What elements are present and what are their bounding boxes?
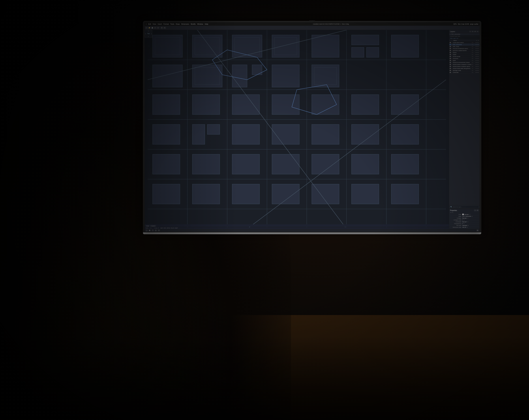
layer-line-sample <box>475 60 479 61</box>
property-value[interactable]: PDF_Geometria▾ <box>462 216 479 217</box>
search-input-container[interactable]: 🔍 Search for layer... <box>450 206 479 208</box>
status-osnap[interactable]: □ <box>158 230 160 231</box>
ribbon-redo[interactable]: ↪ <box>157 27 159 29</box>
property-label: Layer <box>450 216 462 217</box>
property-value[interactable]: ISO-25▾ <box>462 227 479 228</box>
props-btn[interactable]: ⋮ <box>474 210 476 211</box>
snap-indicator: SNAP GRID ORTHO POLAR OSNAP <box>160 227 178 229</box>
property-value-text: PDF_Geometria <box>462 216 471 217</box>
property-value[interactable]: 0▾ <box>462 223 479 224</box>
property-dropdown-arrow[interactable]: ▾ <box>470 214 470 215</box>
property-dropdown-arrow[interactable]: ▾ <box>468 218 468 219</box>
layer-rows-container[interactable]: ☀nuclei storici esterniDe...☀PDF_Geometr… <box>449 42 479 205</box>
layer-row[interactable]: ☀sicurezzaDe... <box>449 58 479 60</box>
layers-btn-3[interactable]: ✖ <box>474 31 476 32</box>
layer-visible-icon[interactable]: ☀ <box>451 68 452 69</box>
layer-row[interactable]: ☀piazzeDe... <box>449 52 479 53</box>
layer-visible-icon[interactable]: ☀ <box>451 60 452 61</box>
ribbon-props[interactable]: ⚙ <box>163 27 166 29</box>
layer-visible-icon[interactable]: ☀ <box>451 72 452 73</box>
apple-menu[interactable]:  <box>146 23 147 25</box>
layer-visible-icon[interactable]: ☀ <box>451 54 452 55</box>
svg-rect-48 <box>272 154 299 174</box>
property-dropdown-arrow[interactable]: ▾ <box>468 221 468 223</box>
menu-view[interactable]: View <box>153 23 156 25</box>
layer-visible-icon[interactable]: ☀ <box>451 46 452 47</box>
menu-tools[interactable]: Tools <box>170 23 174 25</box>
property-dropdown-arrow[interactable]: ▾ <box>464 223 464 224</box>
layer-name-label: servizi sociali <box>453 56 471 57</box>
layer-desc: De... <box>472 44 475 45</box>
layer-visible-icon[interactable]: ☀ <box>451 56 452 57</box>
layer-row[interactable]: ☀Percorsi di interesse storicoDe... <box>449 48 479 50</box>
layer-row[interactable]: ☀PDF_GeometriaDe... <box>449 44 479 46</box>
property-dropdown-arrow[interactable]: ▾ <box>467 227 468 228</box>
props-expand[interactable]: ↦ <box>476 210 479 211</box>
status-polar[interactable]: △ <box>155 230 157 231</box>
clock: Gio 2 mar 16:48 <box>458 23 469 25</box>
layers-btn-2[interactable]: ☰ <box>472 31 474 32</box>
menu-insert[interactable]: Insert <box>158 23 162 25</box>
menu-window[interactable]: Window <box>197 23 203 25</box>
property-dropdown-arrow[interactable]: ▾ <box>464 219 464 221</box>
property-value[interactable]: ByLayer▾ <box>462 214 479 215</box>
layer-row[interactable]: ☀UniversitàDe... <box>449 71 479 73</box>
layer-row[interactable]: ☀tessuti urbani della città giardinoDe..… <box>449 67 479 69</box>
viewport-nav-cube[interactable]: N W E S Top <box>145 30 152 38</box>
ribbon-new[interactable]: □ <box>145 27 148 29</box>
layer-status-icons: ☀ <box>451 52 452 53</box>
layer-status-icons: ☀ <box>451 42 452 43</box>
property-value[interactable]: Standard▾ <box>462 225 479 226</box>
layer-row[interactable]: ☀PDF_TestoDe... <box>449 46 479 48</box>
layer-row[interactable]: ☀saluteDe... <box>449 53 479 55</box>
ribbon-open[interactable]: 📁 <box>148 27 151 29</box>
property-value[interactable]: 1▾ <box>462 219 479 221</box>
menu-dimension[interactable]: Dimension <box>181 23 189 25</box>
layer-row[interactable]: ☀servizi socialiDe... <box>449 55 479 58</box>
property-value[interactable]: ByLayer▾ <box>462 217 479 219</box>
status-grid[interactable]: ▦ <box>149 230 151 231</box>
status-workspace[interactable]: ⚙ <box>476 230 479 231</box>
layer-visible-icon[interactable]: ☀ <box>451 64 452 65</box>
layer-visible-icon[interactable]: ☀ <box>451 44 452 45</box>
status-ortho[interactable]: ⌒ <box>152 230 154 231</box>
property-value[interactable]: ByLayer▾ <box>462 221 479 223</box>
layer-row[interactable]: ☀sportDe... <box>449 60 479 62</box>
ribbon-layer[interactable]: ☰ <box>160 27 163 29</box>
menu-edit[interactable]: Edit <box>148 23 151 25</box>
layout-tab-1[interactable]: Layout1 <box>150 225 156 227</box>
layers-btn-1[interactable]: + <box>469 31 471 32</box>
layer-row[interactable]: ☀tessuti urbani a impianto a cortinaDe..… <box>449 64 479 66</box>
layer-visible-icon[interactable]: ☀ <box>451 42 452 43</box>
layer-row[interactable]: ☀percorsi e radiali storicheDe... <box>449 50 479 52</box>
svg-rect-44 <box>391 125 419 144</box>
menu-modify[interactable]: Modify <box>191 23 196 25</box>
layer-row[interactable]: ☀tessuti urbani a impianto apertoDe... <box>449 66 479 67</box>
ribbon-save[interactable]: 💾 <box>151 27 154 29</box>
cad-viewport[interactable]: N W E S Top Model Layout1 <box>145 30 449 229</box>
menu-format[interactable]: Format <box>163 23 169 25</box>
layer-color-dot <box>450 46 451 47</box>
layer-visible-icon[interactable]: ☀ <box>451 48 452 49</box>
layer-visible-icon[interactable]: ☀ <box>451 58 452 59</box>
layer-row[interactable]: ☀tessuti di rinnovamento urbanoDe... <box>449 62 479 64</box>
color-swatch <box>462 214 464 215</box>
layer-visible-icon[interactable]: ☀ <box>451 66 452 67</box>
ribbon-undo[interactable]: ↩ <box>154 27 157 29</box>
model-tab[interactable]: Model <box>145 225 150 227</box>
layers-expand[interactable]: ↦ <box>476 31 479 32</box>
layer-color-dot <box>450 64 451 65</box>
layer-visible-icon[interactable]: ☀ <box>451 50 452 51</box>
status-snap[interactable]: ⎯ <box>145 230 148 231</box>
menu-help[interactable]: Help <box>205 23 208 25</box>
layer-visible-icon[interactable]: ☀ <box>451 70 452 71</box>
layer-visible-icon[interactable]: ☀ <box>451 62 452 63</box>
layer-row[interactable]: ☀tipologia ruraleDe... <box>449 69 479 71</box>
hide-layer-list-link[interactable]: Hide Layer List <box>450 38 458 39</box>
layer-row[interactable]: ☀nuclei storici esterniDe... <box>449 42 479 44</box>
menu-draw[interactable]: Draw <box>176 23 180 25</box>
property-value-text: ByLayer <box>464 214 469 215</box>
property-dropdown-arrow[interactable]: ▾ <box>468 225 469 226</box>
layer-visible-icon[interactable]: ☀ <box>451 52 452 53</box>
property-dropdown-arrow[interactable]: ▾ <box>472 216 473 217</box>
